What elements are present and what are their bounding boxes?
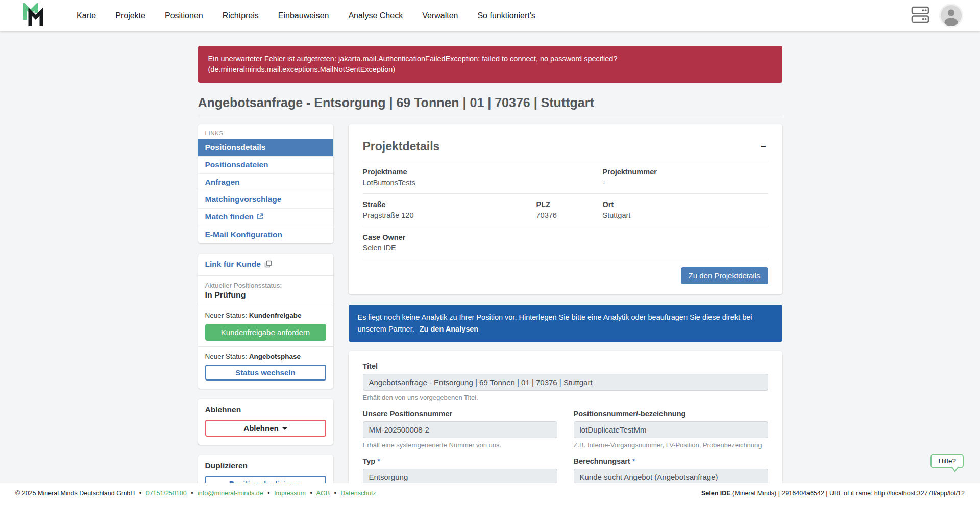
projektname-label: Projektname <box>363 168 603 176</box>
current-status-value: In Prüfung <box>205 291 326 300</box>
go-to-project-details-button[interactable]: Zu den Projektdetails <box>681 267 768 284</box>
nav-item-karte[interactable]: Karte <box>69 7 103 24</box>
title-divider <box>198 116 782 116</box>
footer-link-email[interactable]: info@mineral-minds.de <box>198 490 263 497</box>
reject-button-label: Ablehnen <box>243 424 278 433</box>
titel-helper: Erhält den von uns vorgegebenen Titel. <box>363 394 768 401</box>
divider <box>198 275 333 276</box>
positionsnummer-group: Positionsnummer/-bezeichnung Z.B. Intern… <box>574 410 768 449</box>
nav-item-richtpreis[interactable]: Richtpreis <box>215 7 266 24</box>
required-asterisk: * <box>632 457 635 465</box>
titel-input[interactable] <box>363 374 768 391</box>
help-button[interactable]: Hilfe? <box>930 454 964 468</box>
duplicate-card-title: Duplizieren <box>205 461 326 470</box>
nav-item-verwalten[interactable]: Verwalten <box>415 7 465 24</box>
footer-left: © 2025 Mineral Minds Deutschland GmbH • … <box>15 490 376 507</box>
user-avatar-icon[interactable] <box>941 5 962 26</box>
switch-status-button[interactable]: Status wechseln <box>205 365 326 381</box>
typ-label-text: Typ <box>363 457 376 465</box>
projektnummer-value: - <box>603 179 768 187</box>
sidebar-item-label: Match finden <box>205 212 254 221</box>
case-owner-label: Case Owner <box>363 233 768 241</box>
strasse-label: Straße <box>363 200 536 209</box>
new-status-prefix: Neuer Status: <box>205 352 249 360</box>
divider <box>198 346 333 347</box>
sidebar-item-match-finden[interactable]: Match finden <box>198 208 333 226</box>
status-card: Link für Kunde Aktueller Positionsstatus… <box>198 253 333 389</box>
titel-label: Titel <box>363 362 768 370</box>
project-row-name: Projektname LotButtonsTests Projektnumme… <box>363 161 768 193</box>
sidebar-item-anfragen[interactable]: Anfragen <box>198 173 333 191</box>
external-link-icon <box>257 213 263 222</box>
project-details-card: Projektdetails − Projektname LotButtonsT… <box>349 124 782 294</box>
collapse-minus-icon[interactable]: − <box>758 140 768 153</box>
berechnungsart-label-text: Berechnungsart <box>574 457 630 465</box>
main-nav: Karte Projekte Positionen Richtpreis Ein… <box>69 7 543 24</box>
typ-group: Typ * <box>363 457 557 486</box>
nav-item-so-funktionierts[interactable]: So funktioniert's <box>470 7 542 24</box>
reject-card: Ablehnen Ablehnen <box>198 399 333 445</box>
plz-label: PLZ <box>536 200 603 209</box>
new-status-1: Neuer Status: Kundenfreigabe <box>205 312 326 319</box>
footer-bullet: • <box>267 490 270 497</box>
sidebar-item-matchingvorschlaege[interactable]: Matchingvorschläge <box>198 191 333 208</box>
analytics-message: Es liegt noch keine Analytik zu Ihrer Po… <box>358 313 752 333</box>
projektnummer-label: Projektnummer <box>603 168 768 176</box>
case-owner-value: Selen IDE <box>363 244 768 252</box>
nav-item-analyse-check[interactable]: Analyse Check <box>341 7 410 24</box>
sidebar-item-positionsdetails[interactable]: Positionsdetails <box>198 139 333 156</box>
footer-copyright: © 2025 Mineral Minds Deutschland GmbH <box>15 490 135 497</box>
customer-link-label: Link für Kunde <box>205 260 261 268</box>
positionsnummer-input[interactable] <box>574 421 768 438</box>
footer-user: Selen IDE <box>701 490 731 497</box>
nav-item-positionen[interactable]: Positionen <box>158 7 210 24</box>
project-row-address: Straße Pragstraße 120 PLZ 70376 Ort Stut… <box>363 193 768 226</box>
links-card: LINKS Positionsdetails Positionsdateien … <box>198 124 333 243</box>
berechnungsart-group: Berechnungsart * <box>574 457 768 486</box>
footer-link-impressum[interactable]: Impressum <box>274 490 306 497</box>
new-status-2: Neuer Status: Angebotsphase <box>205 352 326 360</box>
nav-item-projekte[interactable]: Projekte <box>108 7 153 24</box>
current-status-label: Aktueller Positionsstatus: <box>205 282 326 289</box>
reject-card-title: Ablehnen <box>205 405 326 414</box>
unsere-positionsnummer-input[interactable] <box>363 421 557 438</box>
footer-bullet: • <box>310 490 312 497</box>
unsere-positionsnummer-group: Unsere Positionsnummer Erhält eine syste… <box>363 410 557 449</box>
mineral-minds-logo[interactable] <box>22 4 46 28</box>
analytics-info-banner: Es liegt noch keine Analytik zu Ihrer Po… <box>349 305 782 342</box>
titel-group: Titel Erhält den von uns vorgegebenen Ti… <box>363 362 768 401</box>
footer-link-datenschutz[interactable]: Datenschutz <box>340 490 376 497</box>
customer-link[interactable]: Link für Kunde <box>205 260 272 268</box>
go-to-analyses-link[interactable]: Zu den Analysen <box>420 325 478 333</box>
unsere-positionsnummer-label: Unsere Positionsnummer <box>363 410 557 418</box>
request-approval-button[interactable]: Kundenfreigabe anfordern <box>205 324 326 341</box>
sidebar: LINKS Positionsdetails Positionsdateien … <box>198 124 333 507</box>
footer-session-info: Selen IDE (Mineral Minds) | 2916404a6542… <box>701 490 965 507</box>
nav-item-einbauweisen[interactable]: Einbauweisen <box>271 7 336 24</box>
caret-down-icon <box>282 427 287 430</box>
logo-icon <box>23 3 45 29</box>
plz-value: 70376 <box>536 211 603 219</box>
footer-link-agb[interactable]: AGB <box>316 490 330 497</box>
required-asterisk: * <box>377 457 380 465</box>
positionsnummer-helper: Z.B. Interne-Vorgangsnummer, LV-Position… <box>574 441 768 449</box>
project-details-title: Projektdetails <box>363 140 440 154</box>
new-status-1-value: Kundenfreigabe <box>249 312 302 319</box>
new-status-2-value: Angebotsphase <box>249 352 301 360</box>
unsere-positionsnummer-helper: Erhält eine systemgenerierte Nummer von … <box>363 441 557 449</box>
project-row-owner: Case Owner Selen IDE <box>363 226 768 259</box>
footer: © 2025 Mineral Minds Deutschland GmbH • … <box>0 483 980 507</box>
footer-session-details: (Mineral Minds) | 2916404a6542 | URL of … <box>731 490 965 497</box>
sidebar-item-email-konfiguration[interactable]: E-Mail Konfiguration <box>198 226 333 243</box>
divider <box>198 306 333 306</box>
reject-dropdown-button[interactable]: Ablehnen <box>205 420 326 437</box>
typ-label: Typ * <box>363 457 557 465</box>
main-content: Projektdetails − Projektname LotButtonsT… <box>349 124 782 507</box>
error-message: Ein unerwarteter Fehler ist aufgetreten:… <box>208 55 618 73</box>
positionsnummer-label: Positionsnummer/-bezeichnung <box>574 410 768 418</box>
server-icon[interactable] <box>911 6 929 26</box>
projektname-value: LotButtonsTests <box>363 179 603 187</box>
footer-link-phone[interactable]: 07151/250100 <box>146 490 187 497</box>
navbar-right <box>911 5 962 26</box>
sidebar-item-positionsdateien[interactable]: Positionsdateien <box>198 156 333 173</box>
